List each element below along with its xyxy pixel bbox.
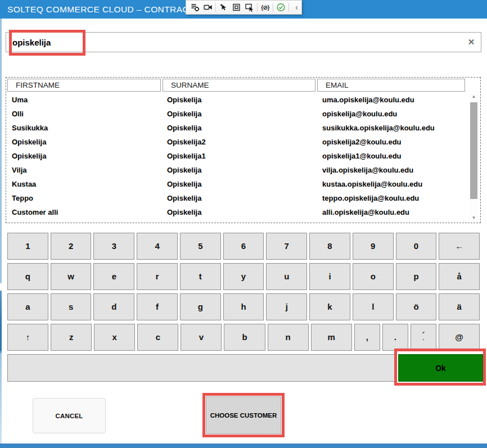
key-5[interactable]: 5	[180, 233, 221, 260]
key-9[interactable]: 9	[353, 233, 394, 260]
cell-email: uma.opiskelija@koulu.edu	[318, 96, 465, 104]
cell-email: opiskelija2@koulu.edu	[318, 138, 465, 146]
cell-firstname: Opiskelija	[7, 138, 163, 146]
key-7[interactable]: 7	[266, 233, 307, 260]
key-z[interactable]: z	[51, 324, 92, 351]
search-input[interactable]	[6, 38, 462, 47]
key-n[interactable]: n	[268, 324, 309, 351]
table-row[interactable]: Customer alliOpiskelijaalli.opiskelija@k…	[7, 205, 465, 219]
column-header-firstname[interactable]: FIRSTNAME	[7, 79, 161, 92]
key-k[interactable]: k	[309, 293, 350, 320]
column-header-surname[interactable]: SURNAME	[163, 79, 315, 92]
table-row[interactable]: SusikukkaOpiskelijasusikukka.opiskelija@…	[7, 121, 465, 135]
toolbar-separator	[273, 3, 273, 12]
key-q[interactable]: q	[7, 263, 48, 290]
key-h[interactable]: h	[223, 293, 264, 320]
key-backspace[interactable]: ←	[439, 233, 480, 260]
key-6[interactable]: 6	[223, 233, 264, 260]
table-row[interactable]: OlliOpiskelijaopiskelija@koulu.edu	[7, 107, 465, 121]
chevron-left-icon[interactable]: ‹	[291, 2, 302, 12]
cell-surname: Opiskelija	[163, 96, 318, 104]
key-b[interactable]: b	[224, 324, 265, 351]
cell-email: opiskelija@koulu.edu	[318, 110, 465, 118]
check-circle-icon[interactable]	[276, 2, 286, 12]
key-r[interactable]: r	[137, 263, 178, 290]
key-å[interactable]: å	[439, 263, 480, 290]
cell-email: susikukka.opiskelija@koulu.edu	[318, 124, 465, 132]
key-g[interactable]: g	[180, 293, 221, 320]
window-bottom-edge	[0, 444, 487, 448]
cell-firstname: Teppo	[7, 194, 163, 202]
table-row[interactable]: OpiskelijaOpiskelija2opiskelija2@koulu.e…	[7, 135, 465, 149]
cell-email: vilja.opiskelija@koulu.edu	[318, 166, 465, 174]
clear-search-icon[interactable]: ✕	[462, 37, 481, 47]
key-y[interactable]: y	[223, 263, 264, 290]
record-steps-icon[interactable]	[190, 2, 200, 12]
key-d[interactable]: d	[93, 293, 134, 320]
cell-firstname: Kustaa	[7, 180, 163, 188]
ok-button[interactable]: Ok	[398, 354, 483, 382]
table-row[interactable]: UmaOpiskelijauma.opiskelija@koulu.edu	[7, 93, 465, 107]
cursor-capture-icon[interactable]	[218, 2, 229, 12]
key-a[interactable]: a	[7, 293, 48, 320]
key-4[interactable]: 4	[137, 233, 178, 260]
key-t[interactable]: t	[180, 263, 221, 290]
key-w[interactable]: w	[51, 263, 92, 290]
keyboard-bottom-row: Ok	[7, 354, 480, 382]
key-o[interactable]: o	[353, 263, 394, 290]
key-at[interactable]: @	[439, 324, 480, 351]
keyboard-row-2: qwertyuiopå	[7, 263, 480, 290]
key-ö[interactable]: ö	[396, 293, 437, 320]
key-x[interactable]: x	[94, 324, 135, 351]
key-8[interactable]: 8	[309, 233, 350, 260]
key-3[interactable]: 3	[93, 233, 134, 260]
cell-surname: Opiskelija	[163, 180, 318, 188]
table-body: UmaOpiskelijauma.opiskelija@koulu.eduOll…	[7, 93, 465, 219]
key-s[interactable]: s	[51, 293, 92, 320]
key-j[interactable]: j	[266, 293, 307, 320]
table-row[interactable]: TeppoOpiskelijateppo.opiskelija@koulu.ed…	[7, 191, 465, 205]
key-ä[interactable]: ä	[439, 293, 480, 320]
key-m[interactable]: m	[311, 324, 352, 351]
key-p[interactable]: p	[396, 263, 437, 290]
key-c[interactable]: c	[137, 324, 178, 351]
key-f[interactable]: f	[137, 293, 178, 320]
scroll-down-icon[interactable]: ▼	[470, 215, 478, 221]
key-accent[interactable]: ´`	[411, 324, 436, 351]
region-select-icon[interactable]	[231, 2, 242, 12]
toolbar-separator	[288, 3, 289, 12]
code-braces-icon[interactable]: {⊘}	[260, 2, 270, 12]
key-v[interactable]: v	[181, 324, 222, 351]
choose-customer-button[interactable]: CHOOSE CUSTOMER	[206, 396, 281, 434]
keyboard-row-3: asdfghjklöä	[7, 293, 480, 320]
table-row[interactable]: KustaaOpiskelijakustaa.opiskelija@koulu.…	[7, 177, 465, 191]
cell-surname: Opiskelija1	[163, 152, 318, 160]
key-comma[interactable]: ,	[354, 324, 380, 351]
key-l[interactable]: l	[353, 293, 394, 320]
cell-firstname: Customer alli	[7, 208, 163, 216]
key-period[interactable]: .	[382, 324, 408, 351]
cell-firstname: Susikukka	[7, 124, 163, 132]
table-scrollbar[interactable]: ▲ ▼	[470, 93, 478, 221]
column-header-email[interactable]: EMAIL	[317, 79, 465, 92]
table-row[interactable]: ViljaOpiskelijavilja.opiskelija@koulu.ed…	[7, 163, 465, 177]
key-0[interactable]: 0	[396, 233, 437, 260]
cell-firstname: Vilja	[7, 166, 163, 174]
key-u[interactable]: u	[266, 263, 307, 290]
key-1[interactable]: 1	[7, 233, 48, 260]
key-shift[interactable]: ↑	[7, 324, 48, 351]
table-row[interactable]: OpiskelijaOpiskelija1opiskelija1@koulu.e…	[7, 149, 465, 163]
region-cursor-icon[interactable]	[244, 2, 255, 12]
camera-icon[interactable]	[202, 2, 213, 12]
scrollbar-thumb[interactable]	[470, 102, 477, 199]
key-2[interactable]: 2	[51, 233, 92, 260]
scroll-up-icon[interactable]: ▲	[470, 93, 478, 100]
key-i[interactable]: i	[309, 263, 350, 290]
customer-results-table: FIRSTNAME SURNAME EMAIL UmaOpiskelijauma…	[6, 77, 481, 223]
key-e[interactable]: e	[93, 263, 134, 290]
cell-firstname: Olli	[7, 110, 163, 118]
cell-email: kustaa.opiskelija@koulu.edu	[318, 180, 465, 188]
space-key[interactable]	[7, 354, 395, 382]
cell-surname: Opiskelija	[163, 194, 318, 202]
cancel-button[interactable]: CANCEL	[33, 398, 106, 433]
